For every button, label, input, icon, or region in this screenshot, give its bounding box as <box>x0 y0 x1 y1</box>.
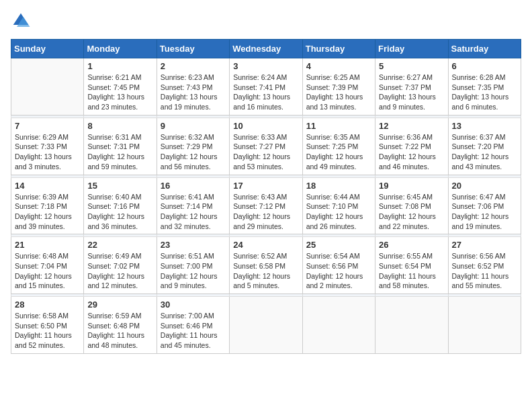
daylight-label: Daylight: 12 hours and 22 minutes. <box>379 212 436 230</box>
day-number: 14 <box>15 181 80 191</box>
calendar-cell: 4Sunrise: 6:25 AMSunset: 7:39 PMDaylight… <box>302 58 375 116</box>
sunset-label: Sunset: 7:22 PM <box>379 142 431 150</box>
day-number: 6 <box>452 61 517 71</box>
calendar-cell: 24Sunrise: 6:52 AMSunset: 6:58 PMDayligh… <box>230 237 302 294</box>
day-info: Sunrise: 6:31 AMSunset: 7:31 PMDaylight:… <box>87 132 152 172</box>
day-info: Sunrise: 6:32 AMSunset: 7:29 PMDaylight:… <box>161 132 226 172</box>
day-number: 11 <box>306 121 371 131</box>
day-number: 13 <box>452 121 517 131</box>
day-info: Sunrise: 6:58 AMSunset: 6:50 PMDaylight:… <box>15 311 80 351</box>
sunset-label: Sunset: 7:10 PM <box>306 202 359 210</box>
day-number: 2 <box>161 61 226 71</box>
calendar-cell: 14Sunrise: 6:39 AMSunset: 7:18 PMDayligh… <box>11 177 84 234</box>
day-info: Sunrise: 6:43 AMSunset: 7:12 PMDaylight:… <box>233 192 298 232</box>
sunrise-label: Sunrise: 6:39 AM <box>15 193 69 201</box>
daylight-label: Daylight: 12 hours and 49 minutes. <box>306 152 363 171</box>
sunset-label: Sunset: 7:29 PM <box>161 142 213 150</box>
sunrise-label: Sunrise: 6:33 AM <box>233 133 287 141</box>
weekday-header-monday: Monday <box>84 40 157 58</box>
calendar-cell: 1Sunrise: 6:21 AMSunset: 7:45 PMDaylight… <box>84 58 157 116</box>
daylight-label: Daylight: 12 hours and 59 minutes. <box>87 152 144 171</box>
day-info: Sunrise: 6:27 AMSunset: 7:37 PMDaylight:… <box>379 73 444 112</box>
daylight-label: Daylight: 12 hours and 32 minutes. <box>161 212 218 230</box>
sunset-label: Sunset: 6:58 PM <box>233 262 285 270</box>
day-number: 8 <box>87 121 152 131</box>
daylight-label: Daylight: 12 hours and 5 minutes. <box>233 272 290 290</box>
sunrise-label: Sunrise: 6:36 AM <box>379 133 433 141</box>
daylight-label: Daylight: 13 hours and 13 minutes. <box>306 93 363 111</box>
sunset-label: Sunset: 7:45 PM <box>87 83 140 91</box>
calendar-cell: 20Sunrise: 6:47 AMSunset: 7:06 PMDayligh… <box>448 177 521 234</box>
day-info: Sunrise: 6:52 AMSunset: 6:58 PMDaylight:… <box>233 251 298 291</box>
day-info: Sunrise: 6:48 AMSunset: 7:04 PMDaylight:… <box>15 251 80 291</box>
sunrise-label: Sunrise: 6:24 AM <box>233 73 287 81</box>
sunset-label: Sunset: 7:31 PM <box>87 142 140 150</box>
calendar-cell: 28Sunrise: 6:58 AMSunset: 6:50 PMDayligh… <box>11 297 84 354</box>
daylight-label: Daylight: 11 hours and 55 minutes. <box>452 272 509 290</box>
day-number: 24 <box>233 240 298 250</box>
sunset-label: Sunset: 7:12 PM <box>233 202 285 210</box>
sunset-label: Sunset: 7:20 PM <box>452 142 504 150</box>
sunrise-label: Sunrise: 6:47 AM <box>452 193 506 201</box>
calendar-cell: 18Sunrise: 6:44 AMSunset: 7:10 PMDayligh… <box>302 177 375 234</box>
weekday-header-row: SundayMondayTuesdayWednesdayThursdayFrid… <box>11 40 521 58</box>
calendar-cell: 19Sunrise: 6:45 AMSunset: 7:08 PMDayligh… <box>375 177 448 234</box>
day-number: 26 <box>379 240 444 250</box>
calendar-cell: 25Sunrise: 6:54 AMSunset: 6:56 PMDayligh… <box>302 237 375 294</box>
sunset-label: Sunset: 7:41 PM <box>233 83 285 91</box>
day-info: Sunrise: 6:56 AMSunset: 6:52 PMDaylight:… <box>452 251 517 291</box>
calendar-body: 1Sunrise: 6:21 AMSunset: 7:45 PMDaylight… <box>11 58 521 354</box>
day-number: 3 <box>233 61 298 71</box>
sunset-label: Sunset: 7:08 PM <box>379 202 431 210</box>
sunrise-label: Sunrise: 6:49 AM <box>87 252 141 260</box>
day-info: Sunrise: 6:51 AMSunset: 7:00 PMDaylight:… <box>161 251 226 291</box>
sunrise-label: Sunrise: 6:55 AM <box>379 252 433 260</box>
sunset-label: Sunset: 7:25 PM <box>306 142 359 150</box>
day-number: 15 <box>87 181 152 191</box>
day-number: 10 <box>233 121 298 131</box>
logo <box>11 11 34 31</box>
day-info: Sunrise: 6:23 AMSunset: 7:43 PMDaylight:… <box>161 73 226 112</box>
weekday-header-sunday: Sunday <box>11 40 84 58</box>
day-number: 9 <box>161 121 226 131</box>
daylight-label: Daylight: 13 hours and 19 minutes. <box>161 93 218 111</box>
sunrise-label: Sunrise: 6:25 AM <box>306 73 360 81</box>
sunset-label: Sunset: 7:14 PM <box>161 202 213 210</box>
day-info: Sunrise: 6:29 AMSunset: 7:33 PMDaylight:… <box>15 132 80 172</box>
daylight-label: Daylight: 12 hours and 26 minutes. <box>306 212 363 230</box>
day-info: Sunrise: 6:44 AMSunset: 7:10 PMDaylight:… <box>306 192 371 232</box>
calendar-cell: 15Sunrise: 6:40 AMSunset: 7:16 PMDayligh… <box>84 177 157 234</box>
weekday-header-wednesday: Wednesday <box>230 40 302 58</box>
sunrise-label: Sunrise: 6:31 AM <box>87 133 141 141</box>
daylight-label: Daylight: 13 hours and 6 minutes. <box>452 93 509 111</box>
sunset-label: Sunset: 6:56 PM <box>306 262 359 270</box>
day-info: Sunrise: 6:24 AMSunset: 7:41 PMDaylight:… <box>233 73 298 112</box>
daylight-label: Daylight: 11 hours and 45 minutes. <box>161 331 218 349</box>
day-info: Sunrise: 6:45 AMSunset: 7:08 PMDaylight:… <box>379 192 444 232</box>
sunrise-label: Sunrise: 6:29 AM <box>15 133 69 141</box>
sunrise-label: Sunrise: 6:40 AM <box>87 193 141 201</box>
sunset-label: Sunset: 6:46 PM <box>161 322 213 330</box>
daylight-label: Daylight: 13 hours and 23 minutes. <box>87 93 144 111</box>
sunset-label: Sunset: 7:04 PM <box>15 262 67 270</box>
daylight-label: Daylight: 11 hours and 52 minutes. <box>15 331 72 349</box>
daylight-label: Daylight: 13 hours and 3 minutes. <box>15 152 72 171</box>
week-row-1: 1Sunrise: 6:21 AMSunset: 7:45 PMDaylight… <box>11 58 521 116</box>
sunrise-label: Sunrise: 6:45 AM <box>379 193 433 201</box>
daylight-label: Daylight: 12 hours and 36 minutes. <box>87 212 144 230</box>
calendar-cell: 27Sunrise: 6:56 AMSunset: 6:52 PMDayligh… <box>448 237 521 294</box>
sunrise-label: Sunrise: 6:37 AM <box>452 133 506 141</box>
daylight-label: Daylight: 12 hours and 12 minutes. <box>87 272 144 290</box>
calendar-cell <box>375 297 448 354</box>
sunset-label: Sunset: 6:52 PM <box>452 262 504 270</box>
calendar-cell: 6Sunrise: 6:28 AMSunset: 7:35 PMDaylight… <box>448 58 521 116</box>
day-number: 17 <box>233 181 298 191</box>
day-number: 30 <box>161 300 226 310</box>
sunrise-label: Sunrise: 6:32 AM <box>161 133 214 141</box>
daylight-label: Daylight: 12 hours and 19 minutes. <box>452 212 509 230</box>
sunset-label: Sunset: 7:35 PM <box>452 83 504 91</box>
day-info: Sunrise: 6:39 AMSunset: 7:18 PMDaylight:… <box>15 192 80 232</box>
daylight-label: Daylight: 11 hours and 48 minutes. <box>87 331 144 349</box>
sunrise-label: Sunrise: 7:00 AM <box>161 312 214 320</box>
day-info: Sunrise: 6:54 AMSunset: 6:56 PMDaylight:… <box>306 251 371 291</box>
